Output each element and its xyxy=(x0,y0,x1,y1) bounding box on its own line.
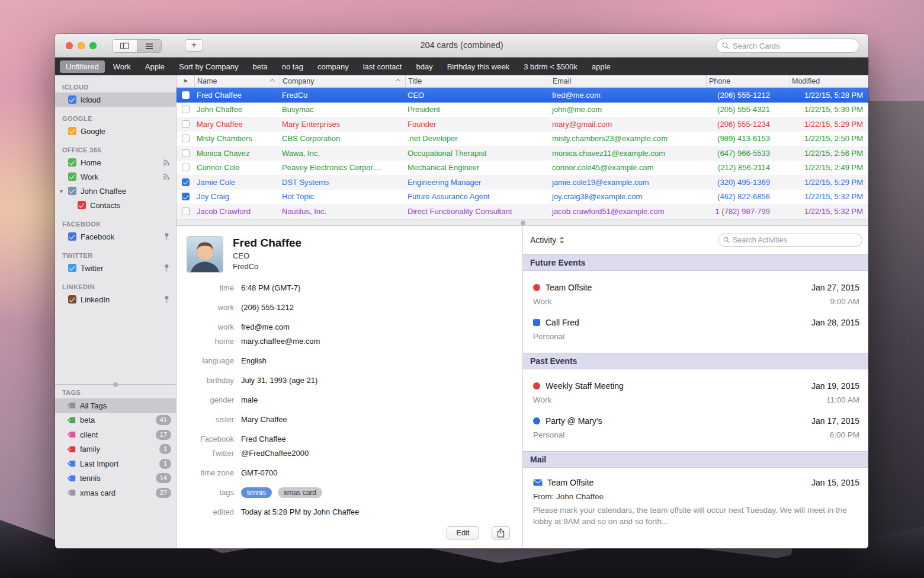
table-row[interactable]: Jacob Crawford Nautilus, Inc. Direct Fun… xyxy=(177,204,868,219)
cell-company: Hot Topic xyxy=(280,192,405,201)
table-row[interactable]: Mary Chaffee Mary Enterprises Founder ma… xyxy=(177,117,868,132)
sidebar-item-label: Facebook xyxy=(81,232,114,241)
sort-toggle-icon[interactable] xyxy=(559,236,564,244)
column-header-name[interactable]: Name xyxy=(194,75,280,87)
sidebar-item-twitter[interactable]: Twitter xyxy=(55,261,176,275)
checkbox-icon[interactable] xyxy=(68,95,76,104)
column-header-modified[interactable]: Modified xyxy=(789,75,868,87)
tag-item-last-import[interactable]: Last Import 1 xyxy=(55,456,176,471)
column-header-email[interactable]: Email xyxy=(550,75,706,87)
filter-3bdrm[interactable]: 3 bdrm < $500k xyxy=(518,60,583,73)
cell-phone: (320) 495-1369 xyxy=(706,178,789,187)
checkbox-icon[interactable] xyxy=(68,295,76,304)
filter-last-contact[interactable]: last contact xyxy=(357,60,408,73)
table-row[interactable]: Misty Chambers CBS Corporation .net Deve… xyxy=(177,132,868,146)
horizontal-splitter[interactable] xyxy=(177,219,868,226)
table-header: ⚑ Name Company Title Email Phone Modifie… xyxy=(177,75,868,88)
row-checkbox[interactable] xyxy=(182,120,190,128)
search-cards-field[interactable] xyxy=(716,39,859,53)
table-row[interactable]: Joy Craig Hot Topic Future Assurance Age… xyxy=(177,190,868,205)
filter-unfiltered[interactable]: Unfiltered xyxy=(60,60,105,73)
event-item[interactable]: Call Fred Jan 28, 2015 Personal xyxy=(523,306,868,341)
tag-pill-xmas-card[interactable]: xmas card xyxy=(278,487,322,498)
filter-no-tag[interactable]: no tag xyxy=(276,60,309,73)
field-label: time xyxy=(187,282,234,293)
row-checkbox[interactable] xyxy=(182,149,190,157)
tag-item-xmas-card[interactable]: xmas card 27 xyxy=(55,486,176,500)
list-view-button[interactable] xyxy=(137,40,161,52)
search-activities-field[interactable] xyxy=(718,234,862,247)
event-time: 6:00 PM xyxy=(830,430,859,439)
tag-item-beta[interactable]: beta 41 xyxy=(55,413,176,428)
row-checkbox[interactable] xyxy=(182,91,190,99)
table-row[interactable]: John Chaffee Busymac President john@me.c… xyxy=(177,103,868,117)
sidebar-item-contacts[interactable]: Contacts xyxy=(55,198,176,212)
event-item[interactable]: Weekly Staff Meeting Jan 19, 2015 Work 1… xyxy=(523,369,868,404)
table-row[interactable]: Connor Cole Peavey Electronics Corpor… M… xyxy=(177,161,868,175)
mail-date: Jan 15, 2015 xyxy=(811,478,859,487)
tag-item-client[interactable]: client 17 xyxy=(55,427,176,442)
checkbox-icon[interactable] xyxy=(68,187,76,195)
sidebar-item-home[interactable]: Home xyxy=(55,155,176,170)
row-checkbox[interactable] xyxy=(182,178,190,186)
add-card-button[interactable]: + xyxy=(185,39,203,52)
sidebar-item-john-chaffee[interactable]: ▾ John Chaffee xyxy=(55,184,176,198)
cell-email: connor.cole45@example.com xyxy=(550,163,706,172)
checkbox-icon[interactable] xyxy=(68,127,76,135)
checkbox-icon[interactable] xyxy=(78,201,86,209)
card-view-button[interactable] xyxy=(113,40,137,52)
table-row[interactable]: Fred Chaffee FredCo CEO fred@me.com (206… xyxy=(177,88,868,103)
tag-item-family[interactable]: family 1 xyxy=(55,442,176,457)
tag-pill-tennis[interactable]: tennis xyxy=(241,487,272,498)
window-close-button[interactable] xyxy=(66,42,73,49)
tag-icon xyxy=(67,475,76,482)
filter-beta[interactable]: beta xyxy=(246,60,273,73)
share-button[interactable] xyxy=(492,526,510,539)
tag-item-all-tags[interactable]: All Tags xyxy=(55,398,176,413)
filter-apple[interactable]: Apple xyxy=(139,60,171,73)
column-header-company[interactable]: Company xyxy=(280,75,405,87)
tag-item-tennis[interactable]: tennis 14 xyxy=(55,471,176,486)
sidebar-item-linkedin[interactable]: LinkedIn xyxy=(55,292,176,306)
row-checkbox[interactable] xyxy=(182,164,190,171)
event-title: Team Offsite xyxy=(546,283,592,292)
column-header-phone[interactable]: Phone xyxy=(706,75,789,87)
search-activities-input[interactable] xyxy=(733,236,857,244)
event-item[interactable]: Party @ Mary's Jan 17, 2015 Personal 6:0… xyxy=(523,404,868,439)
column-header-flag[interactable]: ⚑ xyxy=(177,75,194,87)
disclosure-triangle-icon[interactable]: ▾ xyxy=(60,188,63,194)
filter-work[interactable]: Work xyxy=(107,60,137,73)
filter-sort-by-company[interactable]: Sort by Company xyxy=(173,60,244,73)
sidebar-item-google[interactable]: Google xyxy=(55,124,176,138)
sidebar-item-facebook[interactable]: Facebook xyxy=(55,229,176,244)
cell-title: .net Developer xyxy=(405,134,550,143)
row-checkbox[interactable] xyxy=(182,135,190,142)
filter-company[interactable]: company xyxy=(312,60,355,73)
column-header-title[interactable]: Title xyxy=(405,75,550,87)
row-checkbox[interactable] xyxy=(182,207,190,215)
event-item[interactable]: Team Offsite Jan 27, 2015 Work 9:00 AM xyxy=(523,271,868,306)
window-zoom-button[interactable] xyxy=(89,42,97,49)
table-row[interactable]: Jamie Cole DST Systems Engineering Manag… xyxy=(177,175,868,190)
mail-item[interactable]: Team Offsite Jan 15, 2015 From: John Cha… xyxy=(523,468,868,527)
event-date: Jan 28, 2015 xyxy=(811,318,859,327)
filter-apple-2[interactable]: apple xyxy=(586,60,617,73)
filter-bday[interactable]: bday xyxy=(410,60,438,73)
checkbox-icon[interactable] xyxy=(68,232,76,241)
filter-birthday-this-week[interactable]: Birthday this week xyxy=(441,60,516,73)
checkbox-icon[interactable] xyxy=(68,158,76,167)
table-row[interactable]: Monica Chavez Wawa, Inc. Occupational Th… xyxy=(177,146,868,161)
row-checkbox[interactable] xyxy=(182,193,190,200)
edit-button[interactable]: Edit xyxy=(447,526,479,539)
checkbox-icon[interactable] xyxy=(68,173,76,181)
field-value: (206) 555-1212 xyxy=(241,302,294,313)
sidebar-item-icloud[interactable]: icloud xyxy=(55,92,176,107)
filter-bar: Unfiltered Work Apple Sort by Company be… xyxy=(55,58,868,75)
cell-name: John Chaffee xyxy=(194,105,280,114)
sidebar-item-work[interactable]: Work xyxy=(55,170,176,184)
window-minimize-button[interactable] xyxy=(78,42,85,49)
cell-name: Fred Chaffee xyxy=(194,91,280,100)
row-checkbox[interactable] xyxy=(182,106,190,113)
search-cards-input[interactable] xyxy=(733,41,854,50)
checkbox-icon[interactable] xyxy=(68,264,76,272)
